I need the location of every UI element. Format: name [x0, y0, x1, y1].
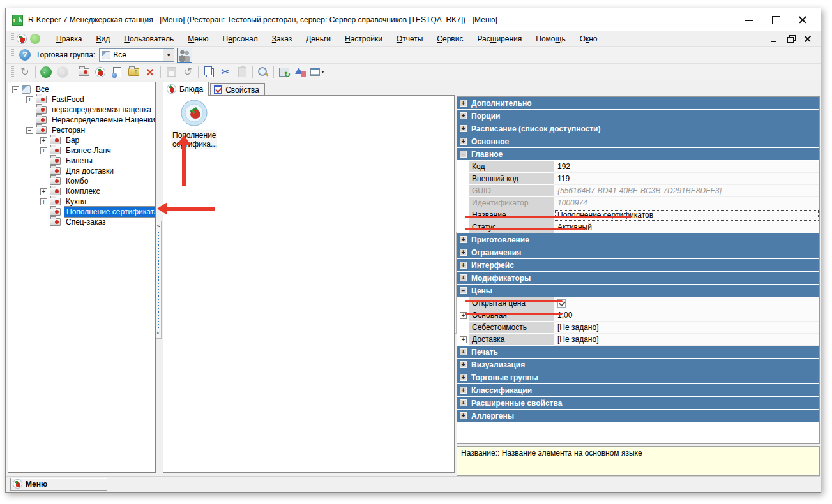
- section-ogranicheniya[interactable]: Ограничения: [457, 246, 819, 258]
- section-vizualizaciya[interactable]: Визуализация: [457, 359, 819, 371]
- menu-otchety[interactable]: Отчеты: [391, 33, 429, 45]
- back-button[interactable]: ←: [38, 65, 54, 79]
- forward-button[interactable]: →: [55, 65, 70, 79]
- tree-item-restoran[interactable]: Ресторан: [8, 125, 155, 135]
- tree-splitter[interactable]: <<: [156, 221, 162, 339]
- tree-item-neraspred-nacenka[interactable]: нераспределяемая наценка: [8, 105, 155, 115]
- section-glavnoe[interactable]: Главное: [457, 148, 819, 160]
- prop-row-sebestoimost[interactable]: Себестоимость[Не задано]: [457, 322, 819, 334]
- expand-icon[interactable]: [40, 188, 47, 195]
- toolbar-grip[interactable]: [11, 49, 14, 61]
- expand-icon[interactable]: [460, 399, 467, 406]
- menu-vid[interactable]: Вид: [91, 33, 116, 45]
- section-raspisanie[interactable]: Расписание (список доступности): [457, 122, 819, 135]
- section-pechat[interactable]: Печать: [457, 346, 819, 358]
- tree-item-vse[interactable]: Все: [8, 84, 155, 94]
- prop-row-kod[interactable]: Код192: [457, 161, 819, 173]
- paste-button[interactable]: [234, 65, 250, 79]
- section-interfeys[interactable]: Интерфейс: [457, 259, 819, 271]
- section-prigotovlenie[interactable]: Приготовление: [457, 233, 819, 246]
- section-porcii[interactable]: Порции: [457, 110, 819, 122]
- expand-icon[interactable]: [460, 100, 467, 107]
- collapse-icon[interactable]: [26, 127, 33, 134]
- trade-group-combobox[interactable]: Все ▼: [99, 48, 174, 62]
- refresh-button[interactable]: ↻: [17, 65, 33, 79]
- delete-button[interactable]: ×: [142, 65, 158, 79]
- menu-pomosch[interactable]: Помощь: [530, 33, 571, 45]
- dish-reference-icon[interactable]: [17, 34, 27, 44]
- menu-personal[interactable]: Персонал: [217, 33, 264, 45]
- expand-icon[interactable]: [460, 361, 467, 368]
- open-folder-button[interactable]: [76, 65, 91, 79]
- menu-dengi[interactable]: Деньги: [300, 33, 337, 45]
- expand-icon[interactable]: [460, 249, 467, 256]
- mdi-close-button[interactable]: [804, 35, 812, 43]
- section-osnovnoe[interactable]: Основное: [457, 135, 819, 147]
- toolbar-grip[interactable]: [11, 66, 14, 78]
- section-klassifikacii[interactable]: Классификации: [457, 384, 819, 396]
- search-button[interactable]: [255, 65, 271, 79]
- staff-filter-toggle-button[interactable]: [177, 48, 192, 63]
- prop-row-otkrytaya-cena[interactable]: Открытая цена: [457, 297, 819, 309]
- tree-item-kompleks[interactable]: Комплекс: [8, 186, 155, 196]
- expand-icon[interactable]: [460, 262, 467, 269]
- expand-icon[interactable]: [26, 96, 33, 103]
- cut-button[interactable]: ✂: [218, 65, 233, 79]
- expand-icon[interactable]: [460, 348, 467, 355]
- help-info-icon[interactable]: ?: [19, 49, 31, 61]
- expand-icon[interactable]: [460, 236, 467, 243]
- tree-item-bilety[interactable]: Билеты: [8, 156, 155, 166]
- section-dopolnitelno[interactable]: Дополнительно: [457, 97, 819, 109]
- collapse-icon[interactable]: [460, 151, 467, 158]
- tree-item-fastfood[interactable]: FastFood: [8, 94, 155, 105]
- maximize-button[interactable]: [771, 15, 781, 25]
- new-item-button[interactable]: [109, 65, 125, 79]
- tree-item-popolnenie-sertifikata[interactable]: Пополнение сертификата: [8, 207, 155, 217]
- expand-icon[interactable]: [460, 138, 467, 145]
- save-button[interactable]: [163, 65, 179, 79]
- menu-rasshireniya[interactable]: Расширения: [471, 33, 527, 45]
- prop-row-dostavka[interactable]: Доставка[Не задано]: [457, 334, 819, 346]
- collapse-icon[interactable]: [12, 86, 19, 93]
- mdi-restore-button[interactable]: [787, 35, 795, 43]
- toolbar-grip[interactable]: [11, 33, 14, 45]
- menu-menyu[interactable]: Меню: [182, 33, 214, 45]
- expand-icon[interactable]: [460, 274, 467, 281]
- tree-item-kombo[interactable]: Комбо: [8, 176, 155, 186]
- export-folder-button[interactable]: [126, 65, 141, 79]
- tree-item-bar[interactable]: Бар: [8, 135, 155, 145]
- section-torgovye-gruppy[interactable]: Торговые группы: [457, 371, 819, 383]
- tree-item-biznes-lanch[interactable]: Бизнес-Ланч: [8, 145, 155, 156]
- expand-icon[interactable]: [460, 336, 467, 343]
- tree-item-spec-zakaz[interactable]: Спец-заказ: [8, 217, 155, 227]
- refresh-view-button[interactable]: [276, 65, 292, 79]
- expand-icon[interactable]: [460, 374, 467, 381]
- section-rasshirennye-svoystva[interactable]: Расширенные свойства: [457, 397, 819, 409]
- expand-icon[interactable]: [40, 137, 47, 144]
- tree-item-kuhnya[interactable]: Кухня: [8, 196, 155, 207]
- expand-icon[interactable]: [460, 112, 467, 119]
- menu-okno[interactable]: Окно: [574, 33, 603, 45]
- section-allergeny[interactable]: Аллергены: [457, 410, 819, 422]
- copy-button[interactable]: [201, 65, 216, 79]
- menu-pravka[interactable]: Правка: [50, 33, 88, 45]
- expand-icon[interactable]: [460, 412, 467, 419]
- menu-servis[interactable]: Сервис: [431, 33, 469, 45]
- menu-zakaz[interactable]: Заказ: [266, 33, 298, 45]
- chevron-down-icon[interactable]: ▼: [163, 49, 174, 61]
- tab-svoystva[interactable]: Свойства: [210, 83, 265, 96]
- menu-polzovatel[interactable]: Пользователь: [118, 33, 179, 45]
- prop-row-vneshniy-kod[interactable]: Внешний код119: [457, 173, 819, 185]
- expand-icon[interactable]: [460, 387, 467, 394]
- expand-icon[interactable]: [460, 125, 467, 132]
- undo-button[interactable]: ↺: [180, 65, 195, 79]
- expand-icon[interactable]: [40, 147, 47, 154]
- prop-row-osnovnaya[interactable]: Основная1,00: [457, 309, 819, 322]
- minimize-button[interactable]: [744, 15, 754, 25]
- grid-view-button[interactable]: ▾: [310, 65, 325, 79]
- dish-button[interactable]: [93, 65, 108, 79]
- expand-icon[interactable]: [40, 198, 47, 205]
- tab-blyuda[interactable]: Блюда: [163, 82, 209, 96]
- section-ceny[interactable]: Цены: [457, 285, 819, 297]
- menu-nastroyki[interactable]: Настройки: [339, 33, 388, 45]
